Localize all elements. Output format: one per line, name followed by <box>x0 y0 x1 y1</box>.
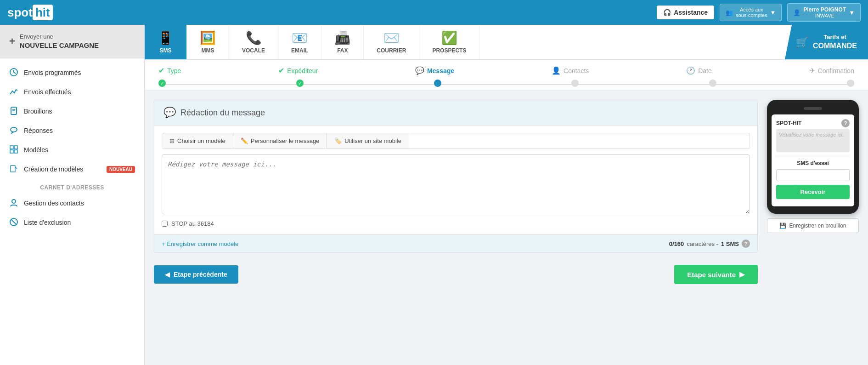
email-label: EMAIL <box>291 47 308 54</box>
campaign-type-email[interactable]: 📧 EMAIL <box>278 25 321 59</box>
assistance-button[interactable]: 🎧 Assistance <box>657 6 714 19</box>
campaign-type-mms[interactable]: 🖼️ MMS <box>187 25 229 59</box>
step-dot-contacts <box>571 80 579 87</box>
prev-step-button[interactable]: ◀ Etape précédente <box>154 265 238 284</box>
arrow-right-icon: ▶ <box>739 270 745 279</box>
sidebar-item-envois-programmes[interactable]: Envois programmés <box>0 63 144 82</box>
sidebar-item-label: Envois programmés <box>24 69 81 76</box>
step-confirmation[interactable]: ✈ Confirmation <box>809 66 854 75</box>
sidebar-item-liste-exclusion[interactable]: Liste d'exclusion <box>0 213 144 232</box>
user-account-button[interactable]: 👤 Pierre POIGNOT INWAVE ▼ <box>787 3 861 22</box>
clock-icon <box>9 68 19 78</box>
sidebar-item-brouillons[interactable]: Brouillons <box>0 102 144 121</box>
file-icon <box>9 106 19 116</box>
step-confirmation-icon: ✈ <box>809 66 815 75</box>
mms-icon: 🖼️ <box>200 30 216 46</box>
new-campaign-text: Envoyer une NOUVELLE CAMPAGNE <box>20 33 99 50</box>
brouillon-button[interactable]: 💾 Enregistrer en brouillon <box>767 218 859 233</box>
campaign-type-prospects[interactable]: ✅ PROSPECTS <box>419 25 479 59</box>
help-icon[interactable]: ? <box>742 240 750 248</box>
svg-point-11 <box>12 200 16 203</box>
step-message[interactable]: 💬 Message <box>415 66 454 75</box>
message-textarea[interactable] <box>162 154 750 214</box>
phone-help-icon[interactable]: ? <box>841 119 850 127</box>
phone-screen: SPOT-HIT ? Visualisez votre message ici.… <box>772 114 854 206</box>
new-badge: NOUVEAU <box>107 166 135 173</box>
prev-label: Etape précédente <box>174 271 227 278</box>
step-type[interactable]: ✔ Type <box>158 66 181 75</box>
editor-toolbar: ⊞ Choisir un modèle ✏️ Personnaliser le … <box>162 133 750 149</box>
card-footer: + Enregistrer comme modèle 0/160 caractè… <box>154 234 757 252</box>
grid-icon2: ⊞ <box>169 137 175 144</box>
mobile-site-button[interactable]: 🏷️ Utiliser un site mobile <box>327 133 409 148</box>
fax-icon: 📠 <box>334 30 350 46</box>
prospects-label: PROSPECTS <box>432 47 466 54</box>
tarifs-commande-button[interactable]: 🛒 Tarifs et COMMANDE <box>785 25 868 59</box>
fax-label: FAX <box>337 47 348 54</box>
users-icon: 👥 <box>726 9 733 16</box>
sidebar-item-creation-modeles[interactable]: Création de modèles NOUVEAU <box>0 160 144 179</box>
step-date[interactable]: 🕐 Date <box>686 66 712 75</box>
campaign-type-bar: 📱 SMS 🖼️ MMS 📞 VOCALE 📧 EMAIL 📠 FAX ✉️ <box>145 25 868 60</box>
courrier-label: COURRIER <box>377 47 406 54</box>
sms-icon: 📱 <box>158 30 174 46</box>
user-icon: 👤 <box>793 9 800 16</box>
arrow-left-icon: ◀ <box>165 271 170 278</box>
message-editor-card: 💬 Rédaction du message ⊞ Choisir un modè… <box>154 100 758 253</box>
steps-line <box>158 84 854 85</box>
mms-label: MMS <box>202 47 214 54</box>
cart-icon: 🛒 <box>796 36 808 48</box>
card-title: Rédaction du message <box>180 108 265 118</box>
phone-number-input[interactable] <box>776 169 850 181</box>
mobile-site-label: Utiliser un site mobile <box>344 137 401 144</box>
phone-frame: SPOT-HIT ? Visualisez votre message ici.… <box>767 100 859 214</box>
logo-spot: spot <box>7 6 33 19</box>
tarifs-bottom: COMMANDE <box>813 41 857 51</box>
phone-message-preview: Visualisez votre message ici. <box>776 129 850 152</box>
next-step-button[interactable]: Etape suivante ▶ <box>674 265 758 284</box>
svg-rect-8 <box>14 150 17 153</box>
vocale-icon: 📞 <box>246 30 262 46</box>
tarifs-text: Tarifs et COMMANDE <box>813 34 857 51</box>
stop-checkbox[interactable] <box>162 221 168 227</box>
step-type-icon: ✔ <box>158 66 164 75</box>
recevoir-button[interactable]: Recevoir <box>776 185 850 199</box>
svg-line-13 <box>11 219 17 225</box>
acces-sous-comptes-button[interactable]: 👥 Accès aux sous-comptes ▼ <box>720 4 782 21</box>
sidebar-item-modeles[interactable]: Modèles <box>0 140 144 160</box>
tarifs-top: Tarifs et <box>813 34 857 41</box>
choose-model-label: Choisir un modèle <box>177 137 225 144</box>
step-dot-expediteur: ✓ <box>296 80 304 87</box>
next-label: Etape suivante <box>687 271 736 279</box>
user-company: INWAVE <box>803 13 846 18</box>
step-confirmation-label: Confirmation <box>818 67 854 74</box>
tag-icon: 🏷️ <box>334 137 342 144</box>
edit-icon <box>9 164 19 174</box>
campaign-type-vocale[interactable]: 📞 VOCALE <box>229 25 278 59</box>
choose-model-button[interactable]: ⊞ Choisir un modèle <box>162 133 233 148</box>
preview-text: Visualisez votre message ici. <box>779 132 844 137</box>
campaign-type-courrier[interactable]: ✉️ COURRIER <box>364 25 419 59</box>
card-body: ⊞ Choisir un modèle ✏️ Personnaliser le … <box>154 125 757 234</box>
save-model-link[interactable]: + Enregistrer comme modèle <box>162 240 238 247</box>
sidebar-item-reponses[interactable]: Réponses <box>0 121 144 140</box>
address-book-section-label: CARNET D'ADRESSES <box>0 179 144 194</box>
step-expediteur[interactable]: ✔ Expéditeur <box>278 66 318 75</box>
step-dot-confirmation <box>847 80 854 87</box>
step-contacts[interactable]: 👤 Contacts <box>552 66 589 75</box>
campaign-type-sms[interactable]: 📱 SMS <box>145 25 187 59</box>
sidebar-item-gestion-contacts[interactable]: Gestion des contacts <box>0 194 144 213</box>
header-right: 🎧 Assistance 👥 Accès aux sous-comptes ▼ … <box>657 3 861 22</box>
steps-labels: ✔ Type ✔ Expéditeur 💬 Message 👤 Contacts <box>158 66 854 80</box>
campaign-type-fax[interactable]: 📠 FAX <box>321 25 364 59</box>
personalize-button[interactable]: ✏️ Personnaliser le message <box>233 133 327 148</box>
chevron-down-icon2: ▼ <box>849 9 855 16</box>
sidebar-item-envois-effectues[interactable]: Envois effectués <box>0 82 144 102</box>
step-message-icon: 💬 <box>415 66 424 75</box>
sidebar-item-label: Création de modèles <box>24 165 83 173</box>
chevron-down-icon: ▼ <box>770 9 776 16</box>
new-campaign-button[interactable]: + Envoyer une NOUVELLE CAMPAGNE <box>0 25 144 58</box>
svg-rect-6 <box>14 146 17 149</box>
sms-label: SMS <box>159 47 171 54</box>
logo-hit: hit <box>33 5 53 20</box>
